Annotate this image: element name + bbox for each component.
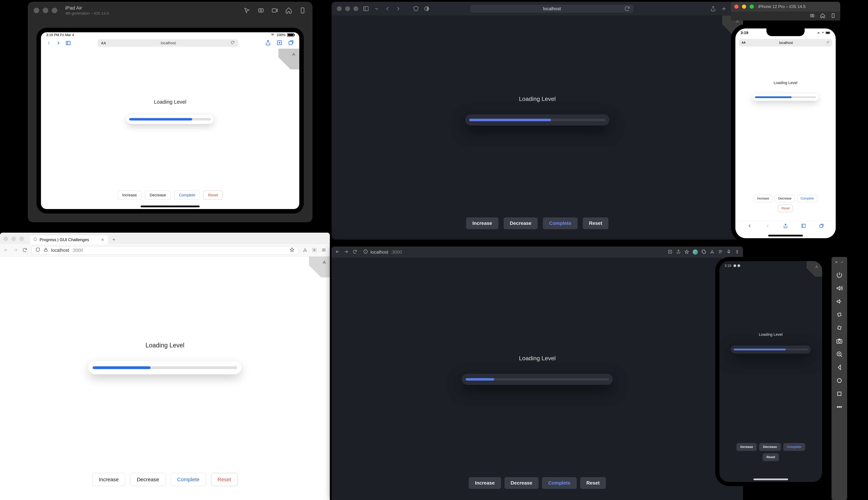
back-icon[interactable] (747, 223, 752, 229)
extensions-icon[interactable] (701, 249, 706, 255)
window-traffic-lights[interactable] (337, 6, 358, 11)
share-icon[interactable] (265, 39, 271, 46)
complete-button[interactable]: Complete (797, 195, 817, 202)
rotate-right-icon[interactable] (836, 324, 843, 331)
decrease-button[interactable]: Decrease (130, 473, 165, 486)
reset-button[interactable]: Reset (763, 453, 779, 461)
rotate-icon[interactable] (299, 7, 307, 14)
shield-icon[interactable] (413, 5, 419, 12)
zoom-dot-icon[interactable] (353, 6, 358, 11)
close-tab-icon[interactable] (101, 238, 104, 242)
screenshot-icon[interactable] (257, 7, 265, 14)
decrease-button[interactable]: Decrease (775, 195, 795, 202)
back-icon[interactable] (46, 41, 52, 46)
close-icon[interactable] (835, 260, 838, 264)
complete-button[interactable]: Complete (783, 443, 805, 451)
zoom-dot-icon[interactable] (52, 8, 57, 13)
pointer-icon[interactable] (243, 7, 251, 14)
sidebar-icon[interactable] (363, 5, 369, 12)
url-bar[interactable]: localhost (470, 5, 633, 13)
reload-icon[interactable] (826, 41, 830, 45)
increase-button[interactable]: Increase (117, 191, 141, 200)
decrease-button[interactable]: Decrease (504, 217, 538, 229)
forward-icon[interactable] (344, 249, 349, 255)
sidebar-icon[interactable] (66, 41, 71, 46)
increase-button[interactable]: Increase (466, 217, 499, 229)
share-icon[interactable] (676, 249, 681, 255)
more-icon[interactable] (836, 404, 843, 410)
increase-button[interactable]: Increase (92, 473, 125, 486)
browser-tab[interactable]: Progress | GUI Challenges (30, 236, 108, 244)
reset-button[interactable]: Reset (211, 473, 238, 486)
increase-button[interactable]: Increase (469, 477, 501, 489)
rotate-icon[interactable] (831, 13, 836, 19)
new-tab-icon[interactable] (721, 5, 727, 12)
home-icon[interactable] (820, 13, 825, 19)
reload-icon[interactable] (352, 249, 357, 255)
url-bar[interactable]: AA localhost (739, 39, 832, 46)
home-indicator[interactable] (141, 206, 199, 207)
share-icon[interactable] (710, 5, 716, 12)
url-bar[interactable]: AA localhost (98, 39, 238, 47)
chevron-down-icon[interactable] (374, 5, 380, 12)
visbug-extension-icon[interactable] (710, 249, 715, 255)
extension-avatar-icon[interactable] (693, 249, 698, 255)
complete-button[interactable]: Complete (174, 191, 200, 200)
zoom-icon[interactable] (836, 351, 843, 357)
lock-icon[interactable] (43, 247, 48, 253)
menu-icon[interactable] (321, 247, 327, 253)
increase-button[interactable]: Increase (754, 195, 772, 202)
reset-button[interactable]: Reset (580, 477, 606, 489)
bookmark-star-icon[interactable] (684, 249, 689, 255)
volume-up-icon[interactable] (836, 285, 843, 292)
nav-overview-icon[interactable] (836, 390, 843, 397)
screenshot-icon[interactable] (810, 13, 815, 19)
visbug-corner-icon[interactable] (278, 49, 299, 69)
power-icon[interactable] (836, 272, 843, 279)
shield-icon[interactable] (35, 247, 41, 253)
decrease-button[interactable]: Decrease (504, 477, 539, 489)
url-bar[interactable]: localhost:3000 (32, 246, 298, 254)
window-traffic-lights[interactable] (34, 8, 57, 13)
reader-aa-icon[interactable]: AA (742, 41, 746, 44)
reload-icon[interactable] (624, 5, 630, 12)
minimize-dot-icon[interactable] (742, 4, 746, 9)
close-dot-icon[interactable] (3, 237, 8, 241)
nav-home-icon[interactable] (836, 377, 843, 384)
camera-icon[interactable] (836, 338, 843, 344)
reset-button[interactable]: Reset (204, 191, 223, 200)
nav-back-icon[interactable] (836, 364, 843, 371)
zoom-dot-icon[interactable] (750, 4, 754, 9)
reset-button[interactable]: Reset (583, 217, 608, 229)
menu-dots-icon[interactable] (735, 249, 740, 255)
close-dot-icon[interactable] (337, 6, 342, 11)
window-traffic-lights[interactable] (3, 237, 24, 241)
extension-icon[interactable] (312, 247, 317, 253)
new-tab-button[interactable] (111, 236, 117, 243)
minimize-dot-icon[interactable] (11, 237, 16, 241)
home-indicator[interactable] (768, 235, 803, 237)
reload-icon[interactable] (22, 247, 27, 253)
url-bar[interactable]: localhost:3000 (361, 248, 664, 256)
install-icon[interactable] (668, 249, 673, 255)
site-info-icon[interactable] (363, 249, 368, 255)
bookmark-star-icon[interactable] (289, 247, 295, 253)
reload-icon[interactable] (230, 41, 235, 46)
back-icon[interactable] (384, 5, 391, 12)
back-icon[interactable] (335, 249, 340, 255)
window-traffic-lights[interactable] (734, 4, 754, 9)
appearance-icon[interactable] (424, 5, 430, 12)
home-indicator[interactable] (753, 478, 788, 480)
reset-button[interactable]: Reset (778, 205, 793, 212)
mic-icon[interactable] (726, 249, 731, 255)
visbug-corner-icon[interactable] (807, 261, 822, 277)
bookmarks-icon[interactable] (801, 223, 806, 229)
close-dot-icon[interactable] (734, 4, 739, 9)
new-tab-icon[interactable] (276, 39, 283, 46)
decrease-button[interactable]: Decrease (759, 443, 781, 451)
increase-button[interactable]: Increase (736, 443, 757, 451)
close-dot-icon[interactable] (34, 8, 39, 13)
zoom-dot-icon[interactable] (20, 237, 24, 241)
tabs-icon[interactable] (819, 223, 824, 229)
share-icon[interactable] (783, 223, 788, 229)
